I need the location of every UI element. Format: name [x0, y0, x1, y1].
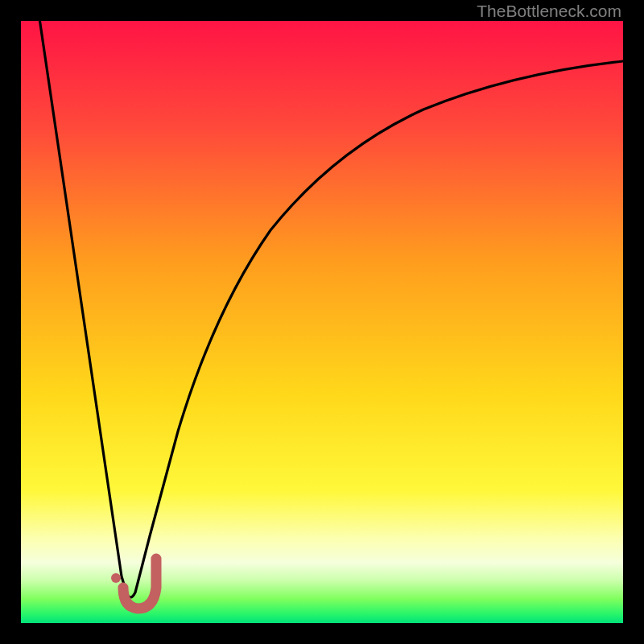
- plot-area: [21, 21, 623, 623]
- curve-layer: [21, 21, 623, 623]
- chart-frame: TheBottleneck.com: [0, 0, 644, 644]
- svg-point-1: [111, 573, 121, 583]
- bottleneck-curve: [39, 21, 623, 597]
- optimal-checkmark-icon: [111, 559, 156, 609]
- attribution-text: TheBottleneck.com: [477, 2, 621, 21]
